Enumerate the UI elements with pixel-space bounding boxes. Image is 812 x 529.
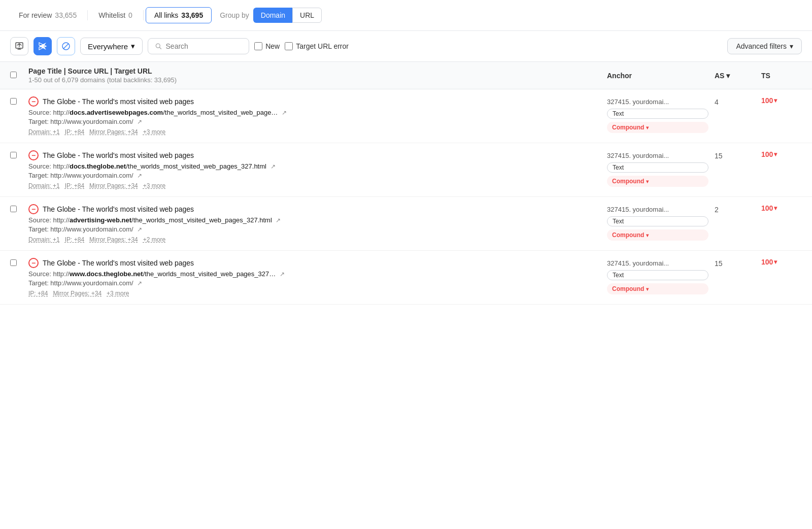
table-row: − The Globe - The world's most visited w… xyxy=(0,251,812,305)
target-external-link-icon[interactable]: ↗ xyxy=(137,280,142,287)
new-filter[interactable]: New xyxy=(254,42,280,50)
tag-link[interactable]: IP: +84 xyxy=(65,128,84,136)
ts-chevron-icon[interactable]: ▾ xyxy=(774,151,777,158)
tab-for-review-count: 33,655 xyxy=(55,11,77,19)
target-error-filter[interactable]: Target URL error xyxy=(285,42,349,50)
row-select-checkbox[interactable] xyxy=(10,206,17,212)
header-checkbox-cell[interactable] xyxy=(10,72,22,80)
header-main-sub: 1-50 out of 6,079 domains (total backlin… xyxy=(28,76,601,84)
tab-divider-2 xyxy=(143,10,144,20)
row-checkbox-cell[interactable] xyxy=(10,150,22,160)
export-button[interactable] xyxy=(10,37,28,55)
search-input[interactable] xyxy=(166,42,242,50)
tag-link[interactable]: Domain: +1 xyxy=(28,182,60,189)
select-all-checkbox[interactable] xyxy=(10,72,17,78)
row-ts-cell: 100 ▾ xyxy=(761,96,802,105)
badge-compound-chevron-icon: ▾ xyxy=(646,286,649,292)
group-by-label: Group by xyxy=(220,11,249,19)
row-select-checkbox[interactable] xyxy=(10,98,17,105)
export-icon xyxy=(15,42,24,51)
ts-value: 100 ▾ xyxy=(761,96,802,105)
header-ts-cell: TS xyxy=(761,72,802,80)
anchor-id: 327415. yourdomai... xyxy=(607,259,708,267)
advanced-filters-button[interactable]: Advanced filters ▾ xyxy=(727,38,802,54)
source-link[interactable]: docs.advertisewebpages.com/the_worlds_mo… xyxy=(70,109,278,116)
row-checkbox-cell[interactable] xyxy=(10,204,22,214)
source-external-link-icon[interactable]: ↗ xyxy=(280,271,285,278)
row-select-checkbox[interactable] xyxy=(10,259,17,266)
source-link[interactable]: www.docs.theglobe.net/the_worlds_most_vi… xyxy=(70,270,276,278)
anchor-id: 327415. yourdomai... xyxy=(607,152,708,159)
source-external-link-icon[interactable]: ↗ xyxy=(276,217,281,224)
table-header: Page Title | Source URL | Target URL 1-5… xyxy=(0,62,812,89)
tag-link[interactable]: +3 more xyxy=(143,128,165,136)
target-external-link-icon[interactable]: ↗ xyxy=(137,172,142,179)
tag-link[interactable]: Domain: +1 xyxy=(28,236,60,243)
header-as-cell[interactable]: AS ▾ xyxy=(715,72,755,80)
tab-all-links[interactable]: All links 33,695 xyxy=(146,7,212,23)
tag-link[interactable]: Domain: +1 xyxy=(28,128,60,136)
row-ts-cell: 100 ▾ xyxy=(761,150,802,158)
target-external-link-icon[interactable]: ↗ xyxy=(137,226,142,233)
anchor-id: 327415. yourdomai... xyxy=(607,206,708,213)
tag-link[interactable]: IP: +84 xyxy=(65,182,84,189)
tab-for-review[interactable]: For review 33,655 xyxy=(10,7,85,23)
row-anchor-cell: 327415. yourdomai... Text Compound ▾ xyxy=(607,258,708,294)
target-error-checkbox[interactable] xyxy=(285,42,293,50)
table-row: − The Globe - The world's most visited w… xyxy=(0,197,812,251)
tag-link[interactable]: Mirror Pages: +34 xyxy=(53,290,101,297)
badge-text: Text xyxy=(607,270,708,280)
row-main-cell: − The Globe - The world's most visited w… xyxy=(28,96,601,136)
group-by-domain-button[interactable]: Domain xyxy=(253,8,292,23)
header-as-label: AS xyxy=(715,72,724,80)
badge-compound-button[interactable]: Compound ▾ xyxy=(607,229,708,241)
badge-text: Text xyxy=(607,109,708,119)
ts-chevron-icon[interactable]: ▾ xyxy=(774,97,777,104)
tag-link[interactable]: Mirror Pages: +34 xyxy=(89,128,138,136)
row-ts-cell: 100 ▾ xyxy=(761,258,802,266)
sort-desc-icon: ▾ xyxy=(726,72,730,80)
row-tags: Domain: +1IP: +84Mirror Pages: +34+2 mor… xyxy=(28,236,601,243)
badge-compound-button[interactable]: Compound ▾ xyxy=(607,283,708,294)
row-source: Source: http://docs.theglobe.net/the_wor… xyxy=(28,162,384,170)
row-checkbox-cell[interactable] xyxy=(10,96,22,106)
header-main-cell: Page Title | Source URL | Target URL 1-5… xyxy=(28,67,601,84)
send-button[interactable] xyxy=(33,37,52,55)
tag-link[interactable]: IP: +84 xyxy=(65,236,84,243)
new-label: New xyxy=(265,42,280,50)
filter-bar: Everywhere ▾ New Target URL error Advanc… xyxy=(0,31,812,62)
advanced-filters-label: Advanced filters xyxy=(736,42,787,50)
badge-compound-button[interactable]: Compound ▾ xyxy=(607,176,708,187)
tab-whitelist[interactable]: Whitelist 0 xyxy=(90,7,141,23)
ts-chevron-icon[interactable]: ▾ xyxy=(774,258,777,266)
tag-link[interactable]: Mirror Pages: +34 xyxy=(89,236,138,243)
target-external-link-icon[interactable]: ↗ xyxy=(137,118,142,125)
search-box[interactable] xyxy=(148,38,249,54)
header-main-title: Page Title | Source URL | Target URL xyxy=(28,67,601,75)
row-target: Target: http://www.yourdomain.com/ ↗ xyxy=(28,279,384,287)
group-by-url-button[interactable]: URL xyxy=(292,8,322,23)
row-checkbox-cell[interactable] xyxy=(10,258,22,268)
tag-link[interactable]: +2 more xyxy=(143,236,165,243)
badge-compound-button[interactable]: Compound ▾ xyxy=(607,122,708,133)
ts-chevron-icon[interactable]: ▾ xyxy=(774,205,777,212)
ts-value: 100 ▾ xyxy=(761,204,802,212)
source-link[interactable]: docs.theglobe.net/the_worlds_most_visite… xyxy=(70,162,266,170)
cancel-button[interactable] xyxy=(57,37,75,55)
location-dropdown[interactable]: Everywhere ▾ xyxy=(80,38,143,55)
search-icon xyxy=(155,43,161,50)
row-as-cell: 2 xyxy=(715,204,755,214)
tag-link[interactable]: Mirror Pages: +34 xyxy=(89,182,138,189)
row-anchor-cell: 327415. yourdomai... Text Compound ▾ xyxy=(607,204,708,241)
new-checkbox[interactable] xyxy=(254,42,262,50)
row-title: The Globe - The world's most visited web… xyxy=(43,205,194,213)
tag-link[interactable]: +3 more xyxy=(107,290,129,297)
row-select-checkbox[interactable] xyxy=(10,152,17,158)
source-external-link-icon[interactable]: ↗ xyxy=(282,109,287,116)
tab-all-links-label: All links xyxy=(154,11,178,19)
tag-link[interactable]: +3 more xyxy=(143,182,165,189)
source-link[interactable]: advertising-web.net/the_worlds_most_visi… xyxy=(70,216,272,224)
tag-link[interactable]: IP: +84 xyxy=(28,290,48,297)
source-external-link-icon[interactable]: ↗ xyxy=(270,163,276,170)
row-as-cell: 15 xyxy=(715,150,755,160)
